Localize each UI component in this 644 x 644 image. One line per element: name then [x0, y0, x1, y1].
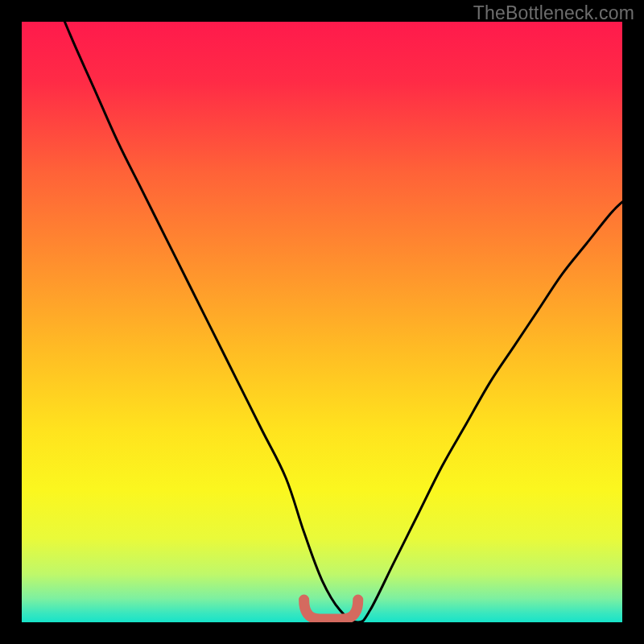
bottleneck-curve [22, 22, 622, 622]
bottleneck-curve-svg [22, 22, 622, 622]
chart-frame: TheBottleneck.com [0, 0, 644, 644]
plot-area [22, 22, 622, 622]
watermark-text: TheBottleneck.com [473, 2, 634, 24]
optimal-marker [304, 600, 358, 619]
